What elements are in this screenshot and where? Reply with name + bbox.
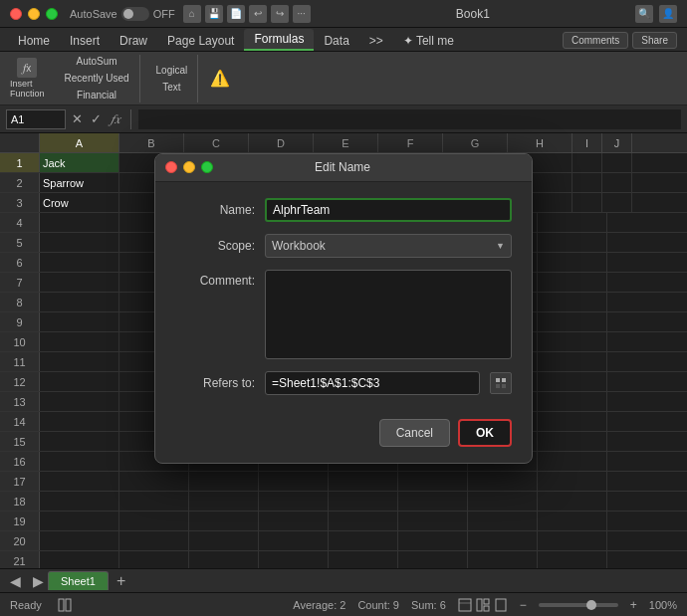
scope-value: Workbook xyxy=(272,239,326,253)
ok-button[interactable]: OK xyxy=(458,419,512,447)
comment-textarea[interactable] xyxy=(265,270,512,359)
edit-name-dialog: Edit Name Name: Scope: Workbook ▼ Commen… xyxy=(154,153,533,464)
refers-value: =Sheet1!$A$1:$C$3 xyxy=(272,376,379,390)
svg-rect-8 xyxy=(496,378,500,382)
modal-title: Edit Name xyxy=(315,160,370,174)
svg-rect-9 xyxy=(502,378,506,382)
refers-select-icon[interactable] xyxy=(490,372,512,394)
name-row: Name: xyxy=(175,198,512,222)
scope-chevron-icon: ▼ xyxy=(496,241,505,251)
name-input[interactable] xyxy=(265,198,512,222)
cancel-button[interactable]: Cancel xyxy=(379,419,450,447)
modal-body: Name: Scope: Workbook ▼ Comment: Refers … xyxy=(155,182,532,411)
scope-label: Scope: xyxy=(175,239,255,253)
scope-select[interactable]: Workbook ▼ xyxy=(265,234,512,258)
modal-footer: Cancel OK xyxy=(155,411,532,463)
modal-close-button[interactable] xyxy=(165,161,177,173)
modal-maximize-button[interactable] xyxy=(201,161,213,173)
refers-input[interactable]: =Sheet1!$A$1:$C$3 xyxy=(265,371,480,395)
modal-window-controls xyxy=(165,161,213,173)
comment-label: Comment: xyxy=(175,270,255,288)
modal-minimize-button[interactable] xyxy=(183,161,195,173)
modal-overlay: Edit Name Name: Scope: Workbook ▼ Commen… xyxy=(0,0,687,616)
svg-rect-10 xyxy=(496,384,500,388)
scope-row: Scope: Workbook ▼ xyxy=(175,234,512,258)
grid-select-icon xyxy=(495,377,507,389)
comment-row: Comment: xyxy=(175,270,512,359)
svg-rect-11 xyxy=(502,384,506,388)
refers-label: Refers to: xyxy=(175,376,255,390)
modal-titlebar: Edit Name xyxy=(155,154,532,182)
name-label: Name: xyxy=(175,203,255,217)
refers-row: Refers to: =Sheet1!$A$1:$C$3 xyxy=(175,371,512,395)
